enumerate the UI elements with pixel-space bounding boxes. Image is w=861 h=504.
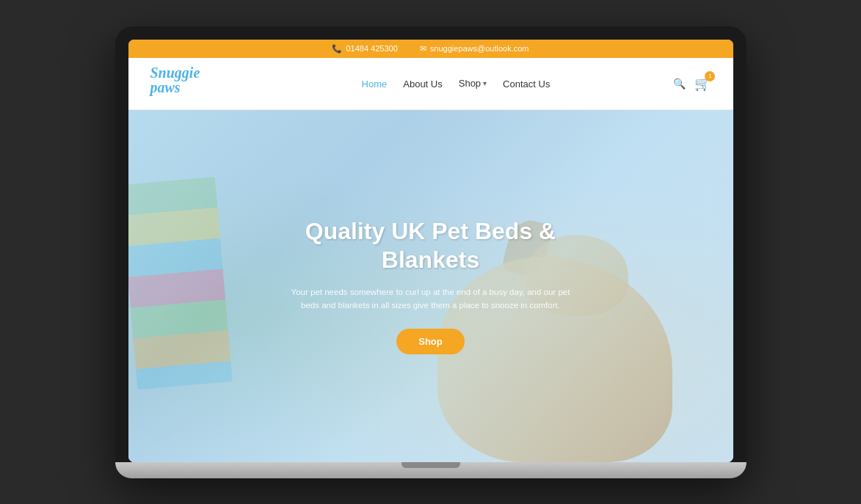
nav-item-contact[interactable]: Contact Us: [503, 77, 550, 90]
phone-contact[interactable]: 01484 425300: [332, 44, 397, 54]
phone-number: 01484 425300: [346, 44, 397, 53]
cart-button[interactable]: 🛒 1: [694, 76, 711, 92]
cart-badge: 1: [705, 71, 715, 81]
email-address: snuggiepaws@outlook.com: [430, 44, 529, 53]
nav-item-shop[interactable]: Shop ▾: [459, 78, 487, 89]
logo-top: Snuggie: [150, 65, 239, 80]
phone-icon: [332, 44, 342, 54]
hero-title: Quality UK Pet Beds & Blankets: [291, 217, 570, 274]
nav-link-shop[interactable]: Shop ▾: [459, 78, 487, 89]
hero-content: Quality UK Pet Beds & Blankets Your pet …: [291, 217, 570, 354]
email-contact[interactable]: snuggiepaws@outlook.com: [420, 44, 529, 54]
nav-menu: Home About Us Shop ▾ Contact Us: [362, 77, 551, 90]
hero-section: Quality UK Pet Beds & Blankets Your pet …: [128, 110, 733, 462]
nav-link-about[interactable]: About Us: [403, 78, 442, 90]
email-icon: [420, 44, 426, 54]
logo-bottom: paws: [150, 80, 239, 95]
navbar: Snuggie paws Home About Us Shop ▾ Cont: [128, 58, 733, 110]
search-icon[interactable]: 🔍: [673, 78, 686, 90]
nav-link-contact[interactable]: Contact Us: [503, 78, 550, 90]
nav-item-home[interactable]: Home: [362, 77, 388, 90]
shop-button[interactable]: Shop: [396, 329, 465, 354]
laptop-frame: 01484 425300 snuggiepaws@outlook.com Snu…: [115, 26, 746, 478]
site-logo[interactable]: Snuggie paws: [150, 65, 239, 102]
hero-subtitle: Your pet needs somewhere to curl up at t…: [291, 285, 570, 313]
chevron-down-icon: ▾: [483, 79, 487, 87]
nav-item-about[interactable]: About Us: [403, 77, 442, 90]
top-bar: 01484 425300 snuggiepaws@outlook.com: [128, 40, 733, 58]
laptop-screen: 01484 425300 snuggiepaws@outlook.com Snu…: [128, 40, 733, 462]
laptop-base: [115, 462, 746, 478]
nav-actions: 🔍 🛒 1: [673, 76, 711, 92]
nav-link-home[interactable]: Home: [362, 78, 388, 90]
